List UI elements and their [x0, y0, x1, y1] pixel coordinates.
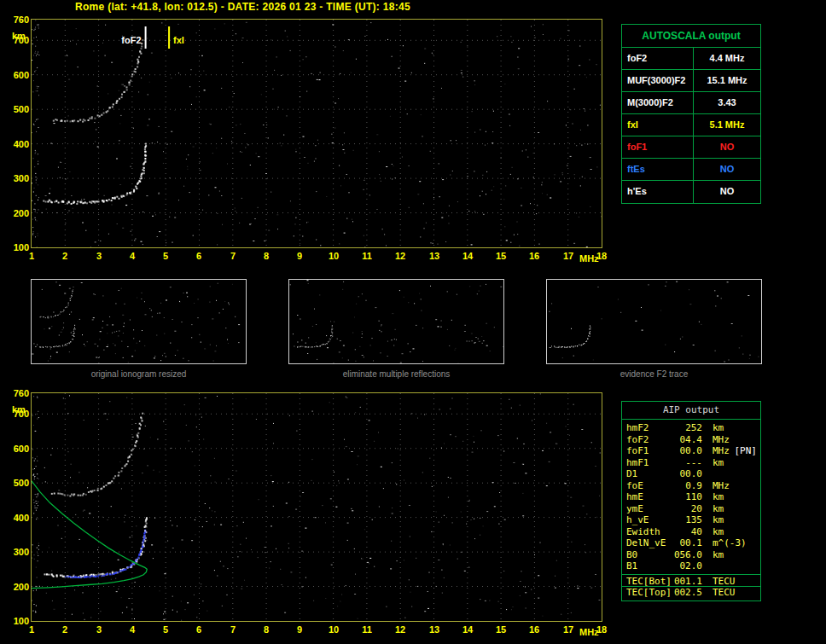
noise-dot [38, 28, 39, 29]
parameter-label: ftEs [622, 159, 694, 180]
noise-dot [206, 521, 207, 522]
noise-dot [474, 132, 475, 133]
autoscala-table-title: AUTOSCALA output [622, 25, 760, 48]
noise-dot [167, 144, 168, 145]
trace-dot [67, 345, 67, 345]
x-tick-label: 5 [156, 251, 175, 261]
noise-dot [513, 606, 514, 607]
noise-dot [600, 105, 601, 106]
noise-dot [346, 397, 348, 398]
noise-dot [45, 481, 46, 482]
noise-dot [339, 165, 340, 166]
noise-dot [680, 339, 681, 339]
noise-dot [270, 39, 271, 40]
noise-dot [305, 157, 305, 158]
noise-dot [120, 115, 121, 116]
y-tick-label: 500 [7, 104, 29, 114]
noise-dot [137, 343, 137, 344]
noise-dot [504, 84, 505, 84]
noise-dot [121, 488, 122, 489]
noise-dot [143, 212, 143, 212]
noise-dot [503, 346, 503, 347]
noise-dot [33, 158, 34, 159]
noise-dot [258, 207, 259, 208]
noise-dot [201, 55, 203, 56]
noise-dot [509, 114, 510, 115]
noise-dot [568, 59, 569, 60]
noise-dot [35, 121, 36, 122]
trace-dot [331, 335, 332, 336]
noise-dot [346, 446, 347, 447]
noise-dot [186, 425, 187, 426]
noise-dot [560, 38, 561, 39]
noise-dot [259, 499, 259, 500]
noise-dot [163, 151, 164, 152]
noise-dot [599, 600, 601, 600]
trace-dot [332, 333, 333, 334]
noise-dot [316, 324, 317, 325]
noise-dot [44, 467, 45, 468]
trace-dot [56, 119, 58, 121]
parameter-label: h'Es [622, 181, 694, 203]
noise-dot [428, 591, 428, 592]
noise-dot [727, 281, 729, 282]
noise-dot [337, 339, 338, 339]
noise-dot [67, 413, 68, 414]
trace-dot [62, 494, 64, 496]
autoscala-screen: Rome (lat: +41.8, lon: 012.5) - DATE: 20… [0, 0, 826, 644]
noise-dot [115, 303, 116, 304]
noise-dot [456, 140, 457, 141]
noise-dot [354, 316, 355, 317]
noise-dot [441, 218, 443, 218]
noise-dot [302, 236, 303, 237]
trace-dot [71, 297, 72, 298]
noise-dot [316, 240, 317, 241]
trace-dot [76, 203, 78, 205]
trace-dot [53, 346, 54, 347]
noise-dot [195, 534, 196, 535]
noise-dot [352, 333, 353, 334]
electron-density-profile-line [32, 481, 147, 589]
noise-dot [87, 341, 88, 342]
noise-dot [573, 243, 575, 244]
noise-dot [288, 482, 289, 483]
trace-dot [126, 89, 128, 90]
noise-dot [419, 181, 421, 182]
trace-dot [62, 311, 63, 312]
trace-dot [86, 202, 88, 204]
noise-dot [586, 247, 588, 247]
trace-dot [70, 300, 71, 301]
trace-dot [118, 474, 119, 476]
trace-dot [317, 346, 317, 347]
noise-dot [160, 360, 161, 361]
noise-dot [465, 325, 466, 326]
noise-dot [381, 326, 381, 327]
autoscala-row: MUF(3000)F215.1 MHz [622, 70, 760, 92]
noise-dot [112, 324, 113, 325]
noise-dot [404, 618, 405, 618]
trace-dot [65, 307, 66, 308]
noise-dot [511, 408, 512, 409]
noise-dot [413, 348, 415, 349]
noise-dot [211, 124, 212, 125]
trace-dot [558, 347, 559, 348]
noise-dot [265, 173, 267, 174]
noise-dot [200, 170, 201, 171]
noise-dot [585, 544, 585, 545]
noise-dot [236, 471, 237, 472]
noise-dot [237, 556, 238, 557]
noise-dot [58, 490, 60, 490]
trace-dot [561, 347, 561, 348]
noise-dot [331, 565, 333, 566]
noise-dot [83, 511, 84, 512]
trace-dot [54, 493, 55, 495]
noise-dot [241, 152, 242, 153]
trace-dot [130, 193, 131, 194]
noise-dot [486, 171, 487, 172]
noise-dot [214, 351, 216, 351]
noise-dot [555, 174, 556, 175]
noise-dot [38, 197, 39, 198]
noise-dot [251, 549, 252, 550]
x-axis-unit-label: MHz [579, 253, 599, 264]
aip-row: TEC[Bot]001.1TECU [622, 576, 760, 588]
